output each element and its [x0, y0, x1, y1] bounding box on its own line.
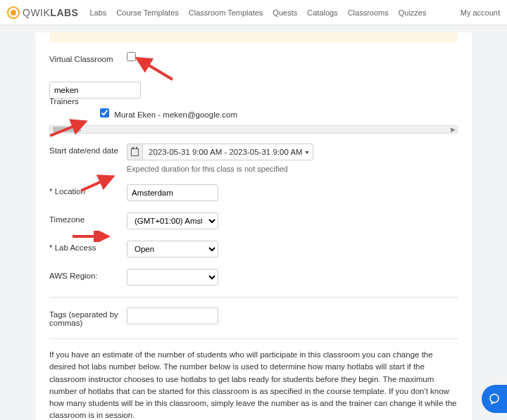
nav-links: Labs Course Templates Classroom Template… — [89, 8, 426, 17]
alert-banner — [49, 32, 458, 42]
lab-access-select[interactable]: Open — [127, 241, 218, 257]
nav-classrooms[interactable]: Classrooms — [348, 8, 389, 17]
nav-labs[interactable]: Labs — [89, 8, 106, 17]
svg-point-4 — [490, 394, 499, 402]
divider — [49, 297, 458, 298]
aws-region-label: AWS Region: — [49, 269, 127, 280]
nav-course-templates[interactable]: Course Templates — [116, 8, 178, 17]
name-label — [49, 75, 127, 77]
date-hint-text: Expected duration for this class is not … — [127, 165, 458, 173]
virtual-classroom-label: Virtual Classroom — [49, 52, 127, 63]
hotlabs-description: If you have an estimate of the number of… — [49, 349, 458, 420]
aws-region-select[interactable] — [127, 269, 218, 286]
nav-quizzes[interactable]: Quizzes — [399, 8, 427, 17]
nav-classroom-templates[interactable]: Classroom Templates — [189, 8, 263, 17]
brand-logo[interactable]: QWIKLABS — [7, 6, 78, 19]
nav-catalogs[interactable]: Catalogs — [307, 8, 337, 17]
divider — [49, 338, 458, 339]
form-page: Virtual Classroom Trainers Murat Eken - … — [35, 32, 472, 420]
calendar-icon — [131, 148, 139, 156]
start-end-date-label: Start date/end date — [49, 144, 127, 155]
trainer-name-text: Murat Eken - meken@google.com — [114, 110, 237, 119]
timezone-select[interactable]: (GMT+01:00) Amsterdam — [127, 212, 218, 229]
brand-text: QWIKLABS — [23, 7, 78, 18]
chat-icon — [488, 393, 501, 405]
calendar-button[interactable] — [127, 144, 142, 160]
timezone-label: Timezone — [49, 212, 127, 224]
tags-input[interactable] — [127, 307, 218, 324]
tags-label: Tags (separated by commas) — [49, 307, 127, 327]
location-input[interactable] — [127, 184, 218, 201]
classroom-name-input[interactable] — [49, 82, 141, 98]
date-range-dropdown[interactable]: 2023-05-31 9:00 AM - 2023-05-31 9:00 AM — [142, 144, 313, 160]
scrollbar-thumb[interactable] — [53, 127, 81, 132]
nav-my-account[interactable]: My account — [461, 8, 500, 17]
nav-quests[interactable]: Quests — [273, 8, 297, 17]
virtual-classroom-checkbox[interactable] — [127, 52, 136, 61]
qwiklabs-logo-icon — [7, 6, 20, 19]
trainers-scrollbar[interactable]: ▶ — [49, 125, 458, 134]
lab-access-label: * Lab Access — [49, 241, 127, 252]
scrollbar-arrow-right-icon[interactable]: ▶ — [451, 126, 456, 133]
trainer-checkbox[interactable] — [100, 108, 109, 117]
chat-fab[interactable] — [482, 385, 507, 413]
top-nav: QWIKLABS Labs Course Templates Classroom… — [0, 0, 507, 25]
location-label: * Location — [49, 184, 127, 196]
date-range-value: 2023-05-31 9:00 AM - 2023-05-31 9:00 AM — [149, 148, 303, 156]
